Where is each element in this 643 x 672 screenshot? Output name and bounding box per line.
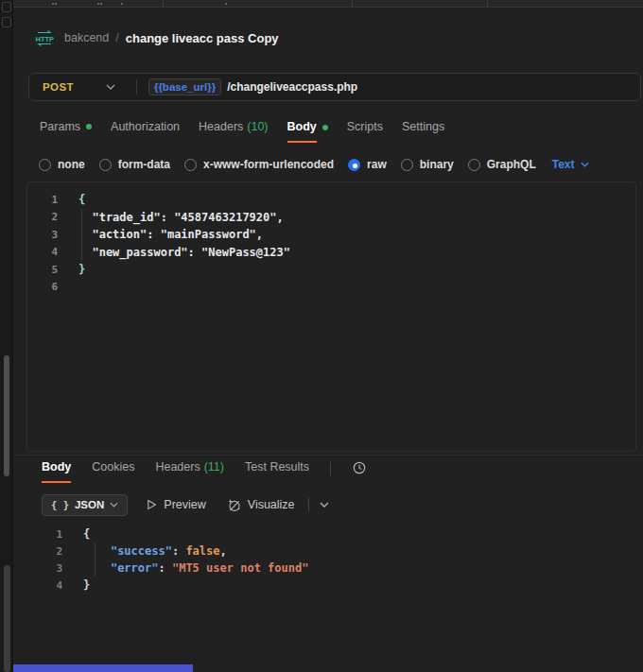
play-icon — [147, 499, 157, 510]
divider — [136, 79, 137, 95]
body-type-options: none form-data x-www-form-urlencoded raw… — [13, 152, 643, 177]
scrollbar-thumb[interactable] — [4, 565, 10, 672]
bottom-blue-bar — [13, 664, 193, 672]
line-number: 4 — [26, 579, 62, 592]
radio-circle-icon — [184, 159, 197, 171]
radio-binary[interactable]: binary — [401, 158, 454, 171]
tab-response-body[interactable]: Body — [42, 460, 71, 483]
left-rail — [0, 0, 13, 672]
response-viewer-controls: { } JSON Preview Visualize — [13, 492, 643, 517]
tab-divider — [487, 0, 488, 8]
url-variable-chip[interactable]: {{base_url}} — [148, 78, 221, 95]
tab-dot — [121, 3, 123, 5]
tab-dot — [225, 3, 227, 5]
tab-response-headers[interactable]: Headers (11) — [155, 460, 224, 481]
indent-guide — [95, 543, 96, 577]
code-line: 4 "new_password": "NewPass@123" — [27, 244, 635, 262]
line-number: 2 — [27, 211, 58, 223]
chevron-down-icon[interactable] — [320, 502, 329, 508]
breadcrumb-collection[interactable]: bakcend — [64, 31, 109, 44]
chevron-down-icon[interactable] — [106, 84, 115, 90]
radio-x-www-form-urlencoded[interactable]: x-www-form-urlencoded — [184, 158, 334, 171]
green-dot-icon — [86, 124, 92, 129]
tab-settings[interactable]: Settings — [402, 120, 444, 141]
request-title[interactable]: change liveacc pass Copy — [126, 31, 279, 45]
braces-icon: { } — [51, 499, 69, 510]
headers-count: (10) — [247, 120, 268, 141]
response-tabs: Body Cookies Headers (11) Test Results — [13, 460, 643, 486]
breadcrumb: HTTP bakcend / change liveacc pass Copy — [13, 26, 643, 49]
preview-button[interactable]: Preview — [147, 498, 205, 511]
radio-circle-icon — [468, 159, 480, 171]
tab-dot — [100, 3, 102, 5]
tab-test-results[interactable]: Test Results — [245, 460, 309, 481]
divider — [330, 462, 331, 475]
code-line: 2 "success": false, — [26, 543, 643, 560]
line-number: 3 — [26, 562, 62, 575]
request-tabs: Params Authorization Headers (10) Body S… — [13, 120, 643, 146]
visualize-button[interactable]: Visualize — [227, 498, 295, 512]
radio-circle-icon — [39, 159, 51, 171]
magic-wand-icon — [227, 498, 241, 512]
line-number: 3 — [27, 229, 58, 241]
line-number: 5 — [27, 264, 58, 276]
code-line: 1{ — [26, 526, 643, 543]
indent-guide — [81, 209, 82, 261]
tab-params[interactable]: Params — [40, 120, 92, 141]
postman-window: HTTP bakcend / change liveacc pass Copy … — [0, 0, 643, 672]
tab-body[interactable]: Body — [287, 120, 328, 143]
breadcrumb-separator: / — [115, 31, 118, 44]
line-number: 2 — [26, 545, 62, 558]
radio-selected-icon — [348, 159, 360, 171]
http-method-icon: HTTP — [34, 30, 55, 46]
tab-divider — [163, 0, 164, 8]
line-number: 4 — [27, 246, 58, 258]
rail-square-icon — [2, 2, 11, 12]
line-number: 6 — [27, 281, 58, 293]
code-line: 3 "error": "MT5 user not found" — [26, 560, 643, 577]
radio-raw[interactable]: raw — [348, 158, 387, 171]
scrollbar-thumb[interactable] — [4, 355, 9, 476]
radio-form-data[interactable]: form-data — [99, 158, 170, 171]
radio-circle-icon — [99, 159, 112, 171]
radio-graphql[interactable]: GraphQL — [468, 158, 536, 171]
tab-dot — [97, 3, 99, 5]
code-line: 4} — [26, 577, 643, 594]
tab-authorization[interactable]: Authorization — [111, 120, 180, 141]
code-line: 6 — [27, 279, 635, 297]
chevron-down-icon — [110, 502, 118, 508]
radio-none[interactable]: none — [39, 158, 85, 171]
code-line: 3 "action": "mainPassword", — [27, 226, 635, 244]
line-number: 1 — [27, 194, 58, 206]
response-format-dropdown[interactable]: { } JSON — [42, 494, 128, 516]
method-selector[interactable]: POST — [43, 81, 74, 93]
chevron-down-icon — [581, 162, 589, 167]
raw-format-dropdown[interactable]: Text — [552, 158, 589, 171]
green-dot-icon — [322, 125, 328, 130]
tab-headers[interactable]: Headers (10) — [199, 120, 268, 141]
tab-dot — [52, 3, 54, 5]
response-body-viewer[interactable]: 1{2 "success": false,3 "error": "MT5 use… — [26, 518, 643, 672]
tab-scripts[interactable]: Scripts — [347, 120, 383, 141]
history-icon[interactable] — [352, 460, 367, 475]
request-body-editor[interactable]: 1{2 "trade_id": "4587463217920",3 "actio… — [26, 181, 636, 452]
section-divider — [13, 455, 643, 456]
divider — [308, 498, 309, 511]
line-number: 1 — [26, 528, 62, 541]
svg-text:HTTP: HTTP — [36, 34, 55, 43]
url-input[interactable]: /changeliveaccpass.php — [227, 80, 357, 94]
window-tabs-strip[interactable] — [13, 0, 643, 8]
tab-divider — [352, 0, 353, 8]
tab-dot — [55, 3, 57, 5]
headers-count: (11) — [204, 460, 224, 481]
radio-circle-icon — [401, 159, 413, 171]
code-line: 2 "trade_id": "4587463217920", — [27, 209, 635, 227]
code-line: 1{ — [27, 191, 635, 209]
url-bar: POST {{base_url}} /changeliveaccpass.php — [28, 73, 641, 101]
rail-square-icon — [2, 17, 11, 27]
code-line: 5} — [27, 261, 635, 279]
tab-cookies[interactable]: Cookies — [92, 460, 134, 481]
